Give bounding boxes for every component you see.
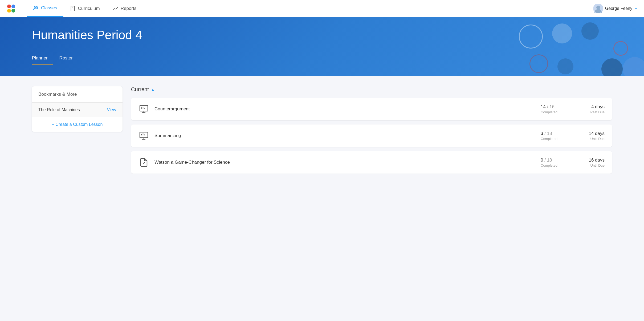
bookmarked-item[interactable]: The Role of Machines View — [32, 103, 123, 117]
nav-items: Classes Curriculum Reports — [27, 0, 593, 17]
lesson-stats-1: 3 / 18 Completed — [541, 131, 573, 141]
deco-circle-8 — [623, 57, 644, 76]
document-edit-icon — [139, 158, 149, 167]
svg-point-4 — [35, 6, 36, 8]
section-header: Current ▲ — [131, 86, 612, 93]
reports-icon — [113, 6, 119, 11]
bookmarked-item-label: The Role of Machines — [38, 107, 80, 112]
presentation-icon — [139, 131, 149, 141]
lesson-card[interactable]: Summarizing 3 / 18 Completed 14 days Unt… — [131, 125, 612, 147]
main-content: Bookmarks & More The Role of Machines Vi… — [0, 76, 644, 188]
deco-circle-5 — [529, 54, 548, 73]
lesson-stats-2: 0 / 18 Completed — [541, 158, 573, 167]
lesson-stats-0: 14 / 16 Completed — [541, 104, 573, 114]
view-link[interactable]: View — [107, 107, 116, 112]
lesson-timing-1: 14 days Until Due — [578, 131, 605, 141]
tab-planner[interactable]: Planner — [32, 53, 53, 65]
lesson-stat-label-2: Completed — [541, 163, 573, 167]
deco-circle-7 — [601, 58, 623, 76]
lesson-due-label-0: Past Due — [578, 110, 605, 114]
user-name-label: George Feeny — [605, 6, 632, 11]
lesson-fraction-1: 3 / 18 — [541, 131, 573, 136]
nav-classes-label: Classes — [41, 5, 57, 11]
svg-rect-15 — [140, 132, 148, 138]
lesson-card[interactable]: Watson a Game-Changer for Science 0 / 18… — [131, 151, 612, 174]
lesson-days-1: 14 days — [578, 131, 605, 136]
user-dropdown-arrow: ▼ — [634, 7, 638, 10]
logo — [6, 4, 16, 13]
deco-circle-3 — [581, 22, 599, 40]
lesson-title-1: Summarizing — [154, 133, 535, 138]
presentation-icon — [139, 104, 149, 114]
hero-banner: Humanities Period 4 Planner Roster — [0, 17, 644, 76]
lesson-total-0: / 16 — [547, 104, 555, 109]
svg-rect-6 — [71, 6, 75, 11]
nav-reports-label: Reports — [121, 6, 137, 11]
lesson-days-0: 4 days — [578, 104, 605, 110]
lesson-fraction-2: 0 / 18 — [541, 158, 573, 163]
svg-point-2 — [7, 9, 11, 13]
app-logo-icon — [6, 4, 16, 13]
nav-reports[interactable]: Reports — [106, 0, 143, 17]
lesson-total-1: / 18 — [544, 131, 552, 136]
user-avatar — [593, 4, 603, 13]
lesson-stat-label-0: Completed — [541, 110, 573, 114]
deco-circle-2 — [552, 23, 572, 43]
top-nav: Classes Curriculum Reports George Feeny … — [0, 0, 644, 17]
sort-arrow-icon[interactable]: ▲ — [151, 87, 155, 92]
lesson-timing-2: 16 days Until Due — [578, 158, 605, 167]
lesson-title-0: Counterargument — [154, 106, 535, 112]
deco-circle-1 — [519, 25, 543, 49]
lesson-due-label-2: Until Due — [578, 163, 605, 167]
left-panel: Bookmarks & More The Role of Machines Vi… — [32, 86, 123, 132]
lesson-icon-1 — [138, 130, 149, 141]
svg-point-5 — [36, 6, 38, 8]
lessons-list: Counterargument 14 / 16 Completed 4 days… — [131, 98, 612, 174]
tab-roster[interactable]: Roster — [59, 53, 78, 65]
lesson-due-label-1: Until Due — [578, 137, 605, 141]
hero-tabs: Planner Roster — [32, 53, 612, 65]
user-menu[interactable]: George Feeny ▼ — [593, 4, 638, 13]
deco-circle-6 — [557, 58, 573, 74]
avatar-icon — [593, 4, 603, 13]
deco-circle-4 — [613, 41, 628, 56]
svg-point-0 — [7, 5, 11, 8]
create-custom-lesson-button[interactable]: + Create a Custom Lesson — [32, 117, 123, 132]
classes-icon — [33, 5, 39, 11]
nav-curriculum[interactable]: Curriculum — [63, 0, 106, 17]
svg-point-7 — [596, 6, 600, 9]
svg-rect-9 — [140, 106, 148, 111]
curriculum-icon — [70, 6, 76, 11]
nav-classes[interactable]: Classes — [27, 0, 63, 17]
lesson-title-2: Watson a Game-Changer for Science — [154, 160, 535, 165]
lesson-fraction-0: 14 / 16 — [541, 104, 573, 110]
lesson-total-2: / 18 — [544, 158, 552, 163]
lesson-stat-label-1: Completed — [541, 137, 573, 141]
nav-curriculum-label: Curriculum — [78, 6, 100, 11]
lesson-days-2: 16 days — [578, 158, 605, 163]
current-label: Current — [131, 86, 149, 93]
panel-header: Bookmarks & More — [32, 86, 123, 103]
lesson-icon-2 — [138, 157, 149, 168]
lesson-icon-0 — [138, 104, 149, 114]
lesson-timing-0: 4 days Past Due — [578, 104, 605, 114]
svg-point-3 — [11, 9, 15, 13]
right-panel: Current ▲ Counterargument 14 / 16 Comple… — [131, 86, 612, 178]
lesson-card[interactable]: Counterargument 14 / 16 Completed 4 days… — [131, 98, 612, 120]
svg-point-1 — [11, 5, 15, 8]
